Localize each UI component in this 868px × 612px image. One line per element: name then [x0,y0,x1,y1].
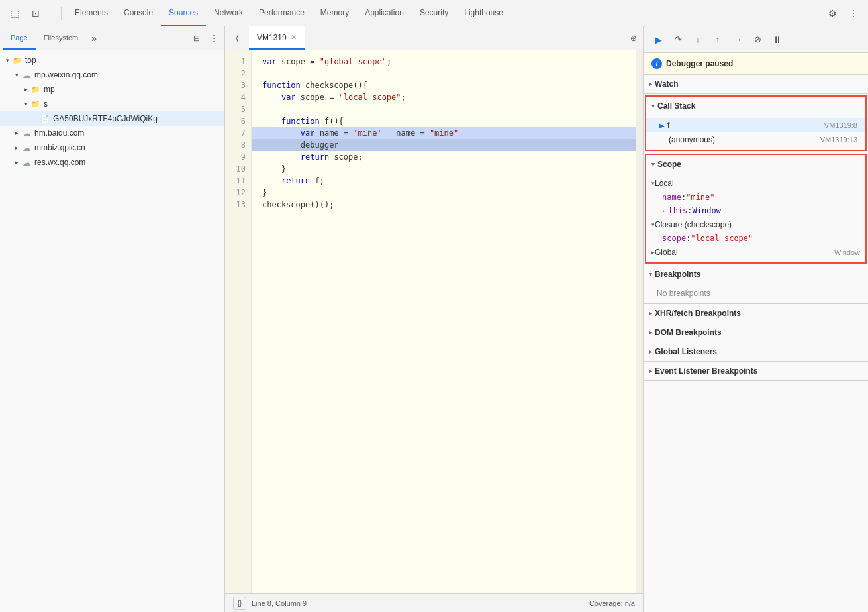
editor-tab-label: VM1319 [257,33,287,42]
code-line-7: var name = 'mine' name = "mine" [252,127,636,139]
breakpoints-section: Breakpoints No breakpoints [644,265,868,304]
settings-icon[interactable]: ⚙ [823,4,842,23]
editor-tab-vm1319[interactable]: VM1319 ✕ [249,26,305,50]
global-listeners-header[interactable]: Global Listeners [644,342,868,361]
kw-var-1: var [262,56,277,68]
code-line-4: var scope = "local scope" ; [262,91,636,103]
editor-more-btn[interactable]: ⊕ [624,29,643,48]
line-num-10: 10 [225,163,251,175]
call-stack-item-f[interactable]: ▶ f VM1319:8 [646,118,865,132]
scope-arrow [651,161,655,168]
debugger-paused-banner: i Debugger paused [644,53,868,75]
dom-breakpoints-label: DOM Breakpoints [655,328,722,337]
tree-item-reswx[interactable]: ☁ res.wx.qq.com [0,155,224,170]
tree-item-baidu[interactable]: ☁ hm.baidu.com [0,126,224,140]
watch-section-header[interactable]: Watch [644,75,868,93]
more-icon[interactable]: ⋮ [844,4,863,23]
tab-sources[interactable]: Sources [161,0,206,26]
debug-toolbar: ▶ ↷ ↓ ↑ → ⊘ ⏸ [644,26,868,53]
call-stack-item-anon[interactable]: (anonymous) VM1319:13 [646,132,865,147]
code-line-2 [262,68,636,79]
scope-colon-1: : [681,193,686,202]
scope-local-header[interactable]: Local [646,176,865,191]
debug-step-btn[interactable]: → [728,30,747,49]
tab-security[interactable]: Security [412,0,456,26]
scope-section: Scope Local name : "mine" ▸ this : Wind [645,154,867,264]
line-num-8: 8 [225,139,251,151]
event-listener-header[interactable]: Event Listener Breakpoints [644,362,868,380]
tab-page[interactable]: Page [3,26,36,50]
editor-tab-close[interactable]: ✕ [291,33,297,42]
tree-item-s[interactable]: 📁 s [0,97,224,111]
call-stack-loc-f: VM1319:8 [824,121,857,129]
scope-colon-3: : [686,234,691,243]
panel-tabs: Page Filesystem » ⊟ ⋮ [0,26,224,50]
code-line-12: } [262,187,636,199]
scope-key-name: name [662,193,681,202]
tree-label-top: top [25,56,36,65]
debug-stepover-btn[interactable]: ↷ [669,30,687,49]
debug-resume-btn[interactable]: ▶ [649,30,667,49]
tree-item-weixin[interactable]: ☁ mp.weixin.qq.com [0,68,224,82]
debug-pause-exceptions-btn[interactable]: ⏸ [768,30,787,49]
watch-arrow [649,81,652,87]
folder-icon-mp: 📁 [30,84,41,95]
tree-arrow-mp [21,85,30,94]
panel-action-icon[interactable]: ⋮ [206,30,222,46]
line-num-3: 3 [225,79,251,91]
scope-content: Local name : "mine" ▸ this : Window Clos… [646,174,865,262]
scope-val-name: "mine" [686,193,714,202]
tree-item-top[interactable]: 📁 top [0,53,224,68]
tree-label-baidu: hm.baidu.com [34,128,84,138]
device-icon[interactable]: ⊡ [26,4,45,23]
scope-closure-scope: scope : "local scope" [646,232,865,245]
code-area: 1 2 3 4 5 6 7 8 9 10 11 12 13 var scope … [225,50,643,593]
tree-item-ga50[interactable]: 📄 GA50BUJxRTF4pCJdWiQiKg [0,111,224,126]
tree-label-ga50: GA50BUJxRTF4pCJdWiQiKg [53,114,158,123]
tree-label-reswx: res.wx.qq.com [34,158,85,167]
scroll-gutter[interactable] [636,50,643,593]
call-stack-name-f: f [667,121,824,130]
tab-memory[interactable]: Memory [313,0,357,26]
line-num-6: 6 [225,115,251,127]
xhr-fetch-header[interactable]: XHR/fetch Breakpoints [644,304,868,323]
debug-stepinto-btn[interactable]: ↓ [689,30,707,49]
scope-global-header[interactable]: Global Window [646,245,865,260]
file-icon-ga50: 📄 [40,113,50,124]
code-line-8: debugger [252,139,636,151]
tree-label-qpic: mmbiz.qpic.cn [34,143,85,152]
top-toolbar: ⬚ ⊡ Elements Console Sources Network Per… [0,0,868,26]
tab-network[interactable]: Network [206,0,251,26]
tab-filesystem[interactable]: Filesystem [36,26,87,50]
panel-layout-icon[interactable]: ⊟ [189,30,205,46]
scope-key-scope: scope [662,234,686,243]
scope-global-value: Window [834,248,860,256]
tab-lighthouse[interactable]: Lighthouse [456,0,511,26]
status-coverage: Coverage: n/a [589,599,635,607]
global-listeners-arrow [649,348,652,355]
code-content[interactable]: var scope = "global scope" ; function ch… [252,50,636,593]
scope-closure-header[interactable]: Closure (checkscope) [646,217,865,232]
editor-nav-back[interactable]: ⟨ [228,29,246,48]
inspect-icon[interactable]: ⬚ [5,4,24,23]
code-line-10: } [262,163,636,175]
format-btn[interactable]: {} [233,597,246,610]
dom-breakpoints-header[interactable]: DOM Breakpoints [644,323,868,342]
tree-item-qpic[interactable]: ☁ mmbiz.qpic.cn [0,140,224,155]
breakpoints-header[interactable]: Breakpoints [644,265,868,283]
tree-item-mp[interactable]: 📁 mp [0,82,224,97]
scope-local-this[interactable]: ▸ this : Window [646,204,865,217]
debug-deactivate-btn[interactable]: ⊘ [748,30,767,49]
debug-stepout-btn[interactable]: ↑ [708,30,727,49]
scope-section-header[interactable]: Scope [646,155,865,174]
tab-performance[interactable]: Performance [251,0,313,26]
scope-val-scope: "local scope" [691,234,753,243]
global-listeners-section: Global Listeners [644,342,868,362]
call-stack-header[interactable]: Call Stack [646,97,865,115]
panel-tab-more[interactable]: » [89,33,99,44]
tab-elements[interactable]: Elements [67,0,116,26]
line-num-12: 12 [225,187,251,199]
watch-label: Watch [655,79,679,89]
tab-console[interactable]: Console [116,0,161,26]
tab-application[interactable]: Application [357,0,412,26]
